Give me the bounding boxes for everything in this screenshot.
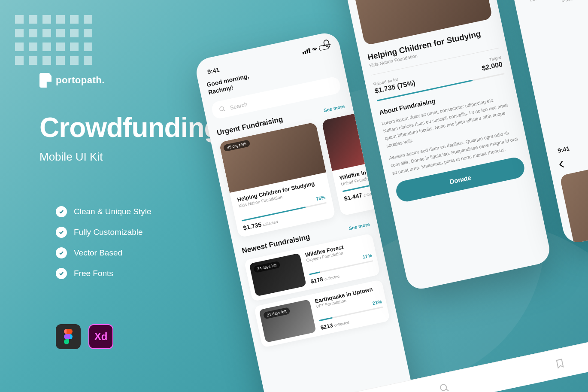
brand: portopath. [39,73,105,88]
card-amount: $1.735 [242,221,262,232]
card-amount: $1.447 [343,192,363,203]
see-more-link[interactable]: See more [323,103,345,113]
xd-label: Xd [94,331,108,343]
svg-line-2 [224,110,225,112]
feature-item: Vector Based [56,247,152,258]
wifi-icon [311,46,318,53]
feature-item: Clean & Unique Style [56,206,152,217]
svg-point-1 [219,106,224,111]
collected-label: collected [334,320,350,328]
search-placeholder: Search [229,101,248,111]
check-icon [56,206,67,217]
see-more-link[interactable]: See more [349,222,370,231]
feature-label: Clean & Unique Style [74,207,152,216]
feature-item: Free Fonts [56,268,152,279]
list-pct: 17% [362,253,373,260]
feature-list: Clean & Unique Style Fully Customizable … [56,206,152,279]
brand-name: portopath. [56,75,105,86]
collected-label: collected [363,190,379,198]
feature-label: Vector Based [74,248,122,258]
days-left-badge: 21 days left [263,307,291,320]
search-icon [218,105,227,113]
decorative-dots-grid [15,15,92,65]
list-amount: $178 [310,276,324,285]
days-left-badge: 24 days left [253,261,281,273]
card-pct: 75% [315,194,326,201]
xd-icon: Xd [88,324,113,349]
feature-item: Fully Customizable [56,227,152,238]
tool-icons: Xd [56,324,113,349]
battery-icon [318,44,329,50]
headline: Crowdfunding [39,112,221,143]
check-icon [56,268,67,279]
subhead: Mobile UI Kit [39,150,103,164]
list-pct: 21% [372,299,382,306]
list-amount: $213 [320,322,333,331]
feature-label: Free Fonts [74,269,113,278]
check-icon [56,227,67,238]
collected-label: collected [324,274,340,282]
signal-icon [302,48,310,55]
status-time: 9:41 [557,145,570,154]
figma-icon [56,324,81,349]
check-icon [56,247,67,258]
feature-label: Fully Customizable [74,228,143,237]
days-left-badge: 45 days left [223,140,251,152]
brand-logo-icon [39,73,52,88]
collected-label: collected [262,220,278,227]
fundraising-card[interactable]: 45 days left Helping Children for Studyi… [219,122,336,238]
